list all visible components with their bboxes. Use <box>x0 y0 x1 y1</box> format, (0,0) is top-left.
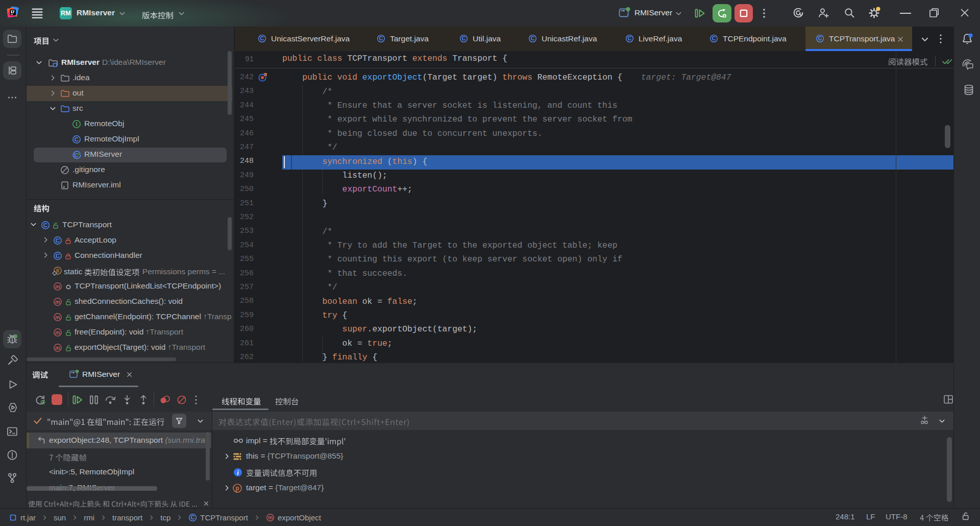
svg-text:C: C <box>56 253 60 259</box>
svg-text:i: i <box>237 469 239 476</box>
svg-text:C: C <box>628 35 632 41</box>
svg-text:m: m <box>55 283 60 290</box>
svg-text:C: C <box>260 35 264 41</box>
svg-text:C: C <box>56 237 60 244</box>
svg-text:m: m <box>268 515 273 520</box>
svg-text:C: C <box>75 136 79 142</box>
svg-text:C: C <box>531 35 535 41</box>
svg-text:m: m <box>55 345 60 351</box>
svg-text:m: m <box>55 314 60 320</box>
svg-text:C: C <box>462 35 466 41</box>
svg-text:C: C <box>379 35 383 41</box>
svg-text:C: C <box>43 222 47 228</box>
svg-text:I: I <box>76 121 77 127</box>
svg-text:C: C <box>818 35 822 41</box>
svg-text:C: C <box>712 35 716 41</box>
svg-text:m: m <box>55 299 60 305</box>
svg-text:m: m <box>55 329 60 336</box>
svg-text:p: p <box>235 485 239 492</box>
svg-text:C: C <box>191 514 195 520</box>
